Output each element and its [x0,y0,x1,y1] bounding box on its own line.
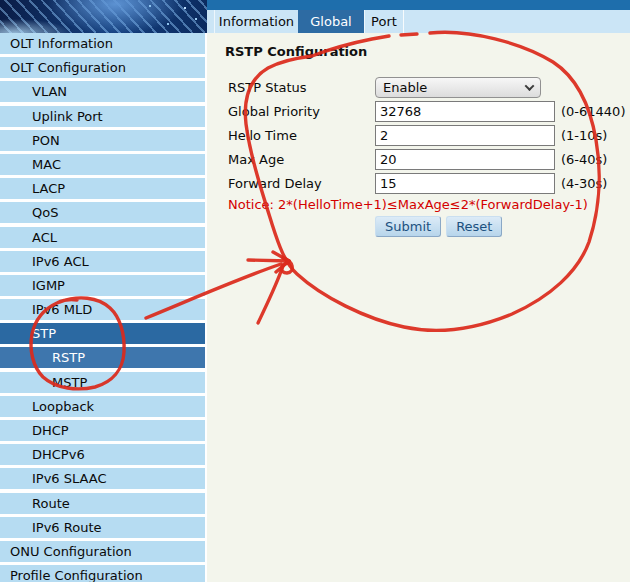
top-strip [207,0,630,10]
sidebar-item-mstp[interactable]: MSTP [0,372,205,393]
sidebar-item-label: Route [32,496,70,511]
sidebar-item-label: STP [32,326,56,341]
sidebar-item-label: OLT Information [10,36,113,51]
sidebar-item-label: IPv6 MLD [32,302,92,317]
sidebar-item-label: IPv6 SLAAC [32,471,107,486]
hello-time-label: Hello Time [228,128,375,143]
sidebar-item-olt-information[interactable]: OLT Information [0,33,205,54]
rstp-config-form: RSTP Status Enable Global Priority (0-61… [228,77,625,237]
sidebar-item-label: ACL [32,230,57,245]
max-age-label: Max Age [228,152,375,167]
rstp-status-value: Enable [383,80,427,95]
form-row-max-age: Max Age (6-40s) [228,149,625,170]
form-row-rstp-status: RSTP Status Enable [228,77,625,98]
sidebar-item-loopback[interactable]: Loopback [0,396,205,417]
sidebar-item-label: DHCPv6 [32,447,85,462]
max-age-input[interactable] [375,149,555,170]
hello-time-input[interactable] [375,125,555,146]
max-age-hint: (6-40s) [561,152,607,167]
sidebar-item-label: QoS [32,205,58,220]
page-title: RSTP Configuration [225,44,367,59]
notice-text: Notice: 2*(HelloTime+1)≤MaxAge≤2*(Forwar… [228,197,625,212]
sidebar-item-dhcpv6[interactable]: DHCPv6 [0,444,205,465]
sidebar-item-label: Loopback [32,399,94,414]
sidebar-item-ipv6-mld[interactable]: IPv6 MLD [0,299,205,320]
sidebar-item-label: MAC [32,157,61,172]
sidebar-item-label: PON [32,133,60,148]
sidebar-item-route[interactable]: Route [0,493,205,514]
main-content: RSTP Configuration RSTP Status Enable Gl… [207,33,630,582]
forward-delay-input[interactable] [375,173,555,194]
sidebar-item-label: OLT Configuration [10,60,126,75]
sidebar-item-pon[interactable]: PON [0,130,205,151]
sidebar-item-label: Profile Configuration [10,568,143,582]
sidebar-item-label: LACP [32,181,65,196]
tab-label: Port [371,14,397,29]
form-row-global-priority: Global Priority (0-61440) [228,101,625,122]
sidebar-item-onu-configuration[interactable]: ONU Configuration [0,541,205,562]
global-priority-label: Global Priority [228,104,375,119]
sidebar-item-ipv6-route[interactable]: IPv6 Route [0,517,205,538]
sidebar-item-dhcp[interactable]: DHCP [0,420,205,441]
rstp-status-label: RSTP Status [228,80,375,95]
sidebar-item-mac[interactable]: MAC [0,154,205,175]
tab-port[interactable]: Port [364,10,404,33]
sidebar-item-stp[interactable]: STP [0,323,205,344]
sidebar-item-uplink-port[interactable]: Uplink Port [0,106,205,127]
sidebar-item-label: Uplink Port [32,109,103,124]
reset-button[interactable]: Reset [446,216,502,237]
sidebar-item-label: RSTP [52,350,85,365]
hello-time-hint: (1-10s) [561,128,607,143]
tab-label: Information [219,14,294,29]
sidebar-item-lacp[interactable]: LACP [0,178,205,199]
sidebar-nav: OLT InformationOLT ConfigurationVLANUpli… [0,33,205,582]
form-row-forward-delay: Forward Delay (4-30s) [228,173,625,194]
sidebar-item-label: DHCP [32,423,69,438]
submit-button[interactable]: Submit [375,216,441,237]
sidebar-item-label: IPv6 ACL [32,254,89,269]
sidebar-item-qos[interactable]: QoS [0,202,205,223]
sidebar-item-olt-configuration[interactable]: OLT Configuration [0,57,205,78]
sidebar-item-profile-configuration[interactable]: Profile Configuration [0,565,205,582]
forward-delay-label: Forward Delay [228,176,375,191]
sidebar-item-vlan[interactable]: VLAN [0,81,205,102]
sidebar-item-label: MSTP [52,375,87,390]
tab-label: Global [310,14,351,29]
form-row-hello-time: Hello Time (1-10s) [228,125,625,146]
sidebar-item-igmp[interactable]: IGMP [0,275,205,296]
sidebar-item-label: IPv6 Route [32,520,102,535]
sidebar-item-ipv6-acl[interactable]: IPv6 ACL [0,251,205,272]
global-priority-input[interactable] [375,101,555,122]
tab-global[interactable]: Global [298,10,364,33]
sidebar-item-ipv6-slaac[interactable]: IPv6 SLAAC [0,468,205,489]
global-priority-hint: (0-61440) [561,104,625,119]
rstp-status-select[interactable]: Enable [375,77,541,98]
tab-information[interactable]: Information [214,10,298,33]
sidebar-item-label: IGMP [32,278,65,293]
forward-delay-hint: (4-30s) [561,176,607,191]
tab-bar: InformationGlobalPort [207,10,630,33]
banner-image [0,0,207,33]
sidebar-item-rstp[interactable]: RSTP [0,347,205,368]
olt-web-ui: InformationGlobalPort OLT InformationOLT… [0,0,630,582]
sidebar-item-label: ONU Configuration [10,544,132,559]
button-row: Submit Reset [228,216,625,237]
sidebar-item-label: VLAN [32,84,67,99]
sidebar-item-acl[interactable]: ACL [0,227,205,248]
chevron-down-icon [525,81,535,91]
